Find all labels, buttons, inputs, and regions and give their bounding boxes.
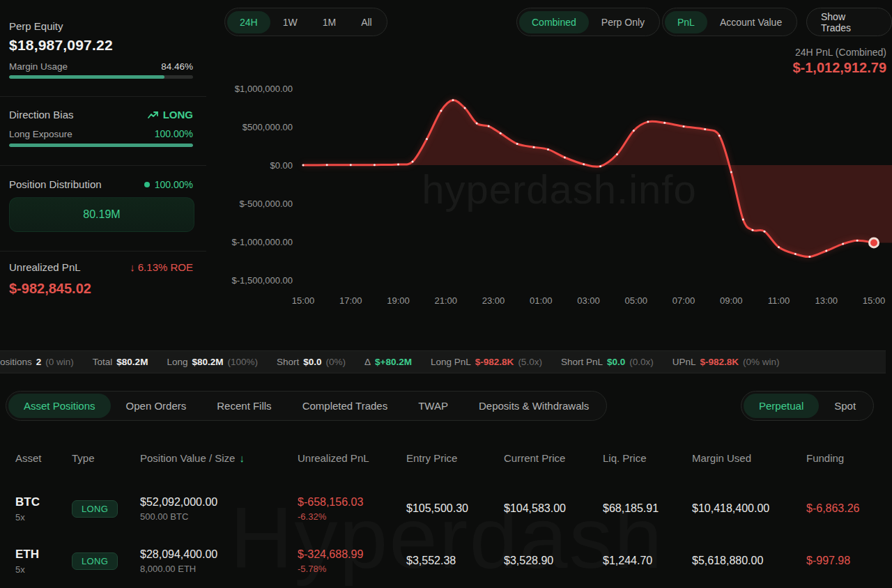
col-position-value[interactable]: Position Value / Size ↓	[140, 452, 298, 464]
stat-delta: Δ $+80.2M	[364, 357, 412, 367]
mode-perp-only-tab[interactable]: Perp Only	[589, 11, 657, 33]
col-funding[interactable]: Funding	[806, 452, 892, 464]
current-price: $104,583.00	[504, 502, 603, 515]
metric-pnl-tab[interactable]: PnL	[665, 11, 707, 33]
trend-up-icon	[148, 111, 159, 119]
stat-total: Total $80.2M	[93, 357, 148, 367]
long-exposure-percent: 100.00%	[155, 128, 193, 139]
pnl-summary-label: 24H PnL (Combined)	[792, 47, 886, 58]
asset-symbol: BTC	[15, 495, 72, 509]
svg-text:15:00: 15:00	[292, 295, 315, 306]
bottom-tab-bar: Asset Positions Open Orders Recent Fills…	[6, 391, 607, 421]
show-trades-button[interactable]: Show Trades	[806, 8, 892, 36]
position-size: 500.00 BTC	[140, 511, 298, 522]
svg-text:21:00: 21:00	[434, 295, 457, 306]
sidebar-divider	[0, 96, 206, 97]
pnl-chart-svg: $1,000,000.00$500,000.00$0.00$-500,000.0…	[226, 77, 892, 310]
liq-price: $1,244.70	[603, 555, 692, 567]
margin-usage-percent: 84.46%	[161, 61, 193, 72]
tab-twap[interactable]: TWAP	[403, 394, 463, 418]
col-unrealized-pnl[interactable]: Unrealized PnL	[298, 452, 406, 464]
tab-open-orders[interactable]: Open Orders	[111, 394, 202, 418]
row-upnl-pct: -5.78%	[298, 564, 406, 574]
position-size: 8,000.00 ETH	[140, 564, 298, 574]
col-margin-used[interactable]: Margin Used	[692, 452, 806, 464]
table-row-eth[interactable]: ETH 5x LONG $28,094,400.00 8,000.00 ETH …	[0, 538, 892, 584]
side-badge: LONG	[72, 500, 118, 518]
stat-long-pnl: Long PnL $-982.8K (5.0x)	[431, 357, 542, 367]
market-toggle: Perpetual Spot	[741, 391, 874, 421]
position-value: $28,094,400.00	[140, 548, 298, 561]
tab-recent-fills[interactable]: Recent Fills	[201, 394, 286, 418]
asset-leverage: 5x	[15, 564, 72, 575]
col-liq-price[interactable]: Liq. Price	[603, 452, 692, 464]
long-exposure-label: Long Exposure	[9, 129, 72, 139]
svg-text:03:00: 03:00	[577, 295, 600, 306]
range-all-tab[interactable]: All	[348, 11, 385, 33]
stat-long: Long $80.2M (100%)	[167, 357, 258, 367]
perp-equity-value: $18,987,097.22	[9, 37, 113, 54]
range-24h-tab[interactable]: 24H	[227, 11, 270, 33]
svg-text:$-1,000,000.00: $-1,000,000.00	[232, 237, 293, 247]
unrealized-pnl-roe: ↓ 6.13% ROE	[130, 261, 193, 273]
liq-price: $68,185.91	[603, 502, 692, 515]
pnl-summary-value: $-1,012,912.79	[792, 60, 886, 76]
funding: $-6,863.26	[806, 502, 892, 515]
margin-used: $5,618,880.00	[692, 555, 806, 567]
svg-text:23:00: 23:00	[482, 295, 505, 306]
col-entry-price[interactable]: Entry Price	[406, 452, 504, 464]
row-upnl-pct: -6.32%	[298, 511, 406, 522]
svg-text:$-500,000.00: $-500,000.00	[239, 199, 293, 209]
svg-text:15:00: 15:00	[863, 295, 886, 306]
position-distribution-box[interactable]: 80.19M	[9, 197, 194, 232]
svg-text:$0.00: $0.00	[270, 160, 293, 171]
mode-selector: Combined Perp Only	[516, 8, 660, 36]
col-current-price[interactable]: Current Price	[504, 452, 603, 464]
svg-text:17:00: 17:00	[339, 295, 362, 306]
entry-price: $3,552.38	[406, 555, 504, 567]
long-exposure-bar	[9, 144, 193, 147]
unrealized-pnl-label: Unrealized PnL	[9, 261, 81, 273]
pnl-chart: hyperdash.info $1,000,000.00$500,000.00$…	[226, 77, 892, 310]
position-distribution-label: Position Distribution	[9, 178, 102, 190]
col-type[interactable]: Type	[72, 452, 140, 464]
stat-short: Short $0.0 (0%)	[277, 357, 346, 367]
green-dot-icon	[144, 182, 150, 187]
margin-used: $10,418,400.00	[692, 502, 806, 515]
long-exposure-bar-fill	[9, 144, 193, 147]
market-perpetual-tab[interactable]: Perpetual	[744, 394, 819, 418]
table-row-btc[interactable]: BTC 5x LONG $52,092,000.00 500.00 BTC $-…	[0, 486, 892, 532]
metric-account-value-tab[interactable]: Account Value	[707, 11, 794, 33]
current-price: $3,528.90	[504, 555, 603, 567]
positions-summary-bar: Positions 2 (0 win) Total $80.2M Long $8…	[0, 350, 886, 373]
row-upnl: $-658,156.03	[298, 496, 406, 509]
market-spot-tab[interactable]: Spot	[819, 394, 871, 418]
direction-bias-label: Direction Bias	[9, 109, 74, 121]
funding: $-997.98	[806, 555, 892, 567]
margin-usage-bar	[9, 75, 193, 79]
hyperdash-dashboard: Perp Equity $18,987,097.22 Margin Usage …	[0, 0, 892, 588]
asset-symbol: ETH	[15, 548, 72, 562]
mode-combined-tab[interactable]: Combined	[519, 11, 589, 33]
table-header: Asset Type Position Value / Size ↓ Unrea…	[0, 448, 892, 467]
range-1m-tab[interactable]: 1M	[310, 11, 348, 33]
metric-selector: PnL Account Value	[662, 8, 797, 36]
margin-usage-label: Margin Usage	[9, 61, 68, 72]
range-1w-tab[interactable]: 1W	[270, 11, 310, 33]
direction-bias-value: LONG	[148, 109, 193, 121]
tab-asset-positions[interactable]: Asset Positions	[8, 394, 111, 418]
margin-usage-bar-fill	[9, 75, 164, 79]
svg-text:$-1,500,000.00: $-1,500,000.00	[232, 275, 293, 286]
tab-deposits-withdrawals[interactable]: Deposits & Withdrawals	[463, 394, 604, 418]
col-asset[interactable]: Asset	[15, 452, 72, 464]
sidebar-divider	[0, 165, 206, 166]
side-badge: LONG	[72, 552, 118, 570]
tab-completed-trades[interactable]: Completed Trades	[287, 394, 403, 418]
svg-text:05:00: 05:00	[624, 295, 647, 306]
asset-leverage: 5x	[15, 512, 72, 523]
sort-desc-icon: ↓	[239, 452, 245, 464]
stat-upnl: UPnL $-982.8K (0% win)	[672, 357, 780, 367]
svg-text:13:00: 13:00	[815, 295, 838, 306]
stat-short-pnl: Short PnL $0.0 (0.0x)	[561, 357, 654, 367]
svg-text:01:00: 01:00	[530, 295, 553, 306]
